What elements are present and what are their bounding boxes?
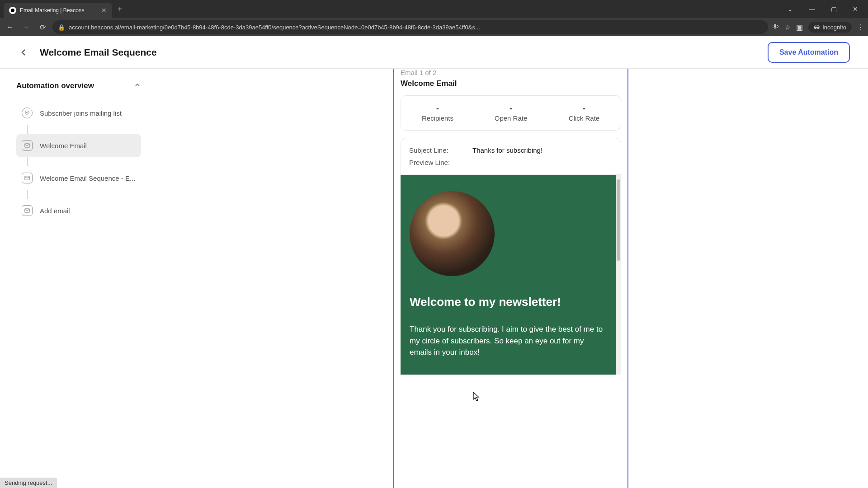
step-welcome-email[interactable]: Welcome Email xyxy=(16,134,141,157)
stat-value: - xyxy=(474,104,547,113)
email-preview[interactable]: Welcome to my newsletter! Thank you for … xyxy=(401,175,616,375)
subject-label: Subject Line: xyxy=(409,146,454,154)
subject-value: Thanks for subscribing! xyxy=(472,146,542,154)
location-pin-icon xyxy=(22,108,33,118)
overview-title: Automation overview xyxy=(16,81,94,90)
tabs-dropdown-icon[interactable]: ⌄ xyxy=(781,2,799,16)
stat-value: - xyxy=(547,104,621,113)
step-subscriber-joins[interactable]: Subscriber joins mailing list xyxy=(16,101,141,125)
lock-icon: 🔒 xyxy=(58,24,65,31)
overview-toggle[interactable]: Automation overview xyxy=(16,81,141,90)
step-label: Welcome Email Sequence - E... xyxy=(40,174,135,182)
incognito-icon: 🕶 xyxy=(814,24,820,31)
svg-point-0 xyxy=(11,9,14,12)
step-connector xyxy=(27,190,28,199)
stat-open-rate: - Open Rate xyxy=(474,104,547,122)
close-window-icon[interactable]: ✕ xyxy=(846,2,864,16)
preview-line-label: Preview Line: xyxy=(409,159,454,166)
email-card[interactable]: Email 1 of 2 Welcome Email - Recipients … xyxy=(393,69,628,488)
window-controls: ⌄ — ▢ ✕ xyxy=(781,2,868,16)
step-welcome-sequence[interactable]: Welcome Email Sequence - E... xyxy=(16,166,141,190)
email-name: Welcome Email xyxy=(401,79,621,88)
stat-click-rate: - Click Rate xyxy=(547,104,621,122)
browser-tab[interactable]: Email Marketing | Beacons ✕ xyxy=(4,3,112,18)
stats-row: - Recipients - Open Rate - Click Rate xyxy=(401,95,621,131)
mail-icon xyxy=(22,173,33,183)
menu-icon[interactable]: ⋮ xyxy=(857,23,864,32)
step-label: Subscriber joins mailing list xyxy=(40,109,122,117)
step-connector xyxy=(27,157,28,166)
tab-title: Email Marketing | Beacons xyxy=(20,7,98,14)
stat-label: Open Rate xyxy=(474,114,547,122)
mail-icon xyxy=(22,140,33,151)
step-label: Add email xyxy=(40,207,70,215)
mail-icon xyxy=(22,205,33,216)
page-title: Welcome Email Sequence xyxy=(40,47,768,58)
maximize-icon[interactable]: ▢ xyxy=(825,2,843,16)
save-automation-button[interactable]: Save Automation xyxy=(768,42,850,63)
reload-icon[interactable]: ⟳ xyxy=(36,21,49,33)
email-preview-wrapper: Welcome to my newsletter! Thank you for … xyxy=(401,175,621,375)
back-icon[interactable]: ← xyxy=(4,21,16,33)
address-bar[interactable]: 🔒 account.beacons.ai/email-marketing/0e0… xyxy=(52,20,768,34)
preview-heading: Welcome to my newsletter! xyxy=(410,295,607,309)
preview-body: Thank you for subscribing. I aim to give… xyxy=(410,324,607,358)
email-count-label: Email 1 of 2 xyxy=(401,69,621,76)
stat-label: Click Rate xyxy=(547,114,621,122)
stat-value: - xyxy=(401,104,474,113)
url-text: account.beacons.ai/email-marketing/0e0d7… xyxy=(69,24,480,31)
step-connector xyxy=(27,125,28,134)
preview-scrollbar[interactable] xyxy=(616,175,621,375)
avatar xyxy=(410,191,495,276)
forward-icon: → xyxy=(20,21,33,33)
sidebar: Automation overview Subscriber joins mai… xyxy=(0,69,154,488)
close-icon[interactable]: ✕ xyxy=(101,7,107,14)
new-tab-button[interactable]: + xyxy=(118,5,123,14)
incognito-label: Incognito xyxy=(822,24,846,31)
content-area: Email 1 of 2 Welcome Email - Recipients … xyxy=(154,69,868,488)
page-header: Welcome Email Sequence Save Automation xyxy=(0,36,868,69)
browser-toolbar: ← → ⟳ 🔒 account.beacons.ai/email-marketi… xyxy=(0,18,868,36)
email-meta: Subject Line: Thanks for subscribing! Pr… xyxy=(401,138,621,175)
browser-tab-bar: Email Marketing | Beacons ✕ + ⌄ — ▢ ✕ xyxy=(0,0,868,18)
stat-label: Recipients xyxy=(401,114,474,122)
eye-off-icon[interactable]: 👁 xyxy=(772,23,779,31)
svg-point-1 xyxy=(27,112,28,113)
back-button[interactable] xyxy=(18,47,29,58)
chevron-up-icon xyxy=(134,81,141,90)
status-toast: Sending request... xyxy=(0,478,57,488)
step-label: Welcome Email xyxy=(40,142,87,150)
bookmark-icon[interactable]: ☆ xyxy=(784,23,791,32)
step-list: Subscriber joins mailing list Welcome Em… xyxy=(16,101,141,222)
incognito-badge[interactable]: 🕶 Incognito xyxy=(808,22,852,33)
scrollbar-thumb[interactable] xyxy=(617,179,620,261)
step-add-email[interactable]: Add email xyxy=(16,199,141,222)
tab-favicon xyxy=(9,7,16,14)
install-icon[interactable]: ▣ xyxy=(796,23,803,32)
minimize-icon[interactable]: — xyxy=(803,2,821,16)
stat-recipients: - Recipients xyxy=(401,104,474,122)
